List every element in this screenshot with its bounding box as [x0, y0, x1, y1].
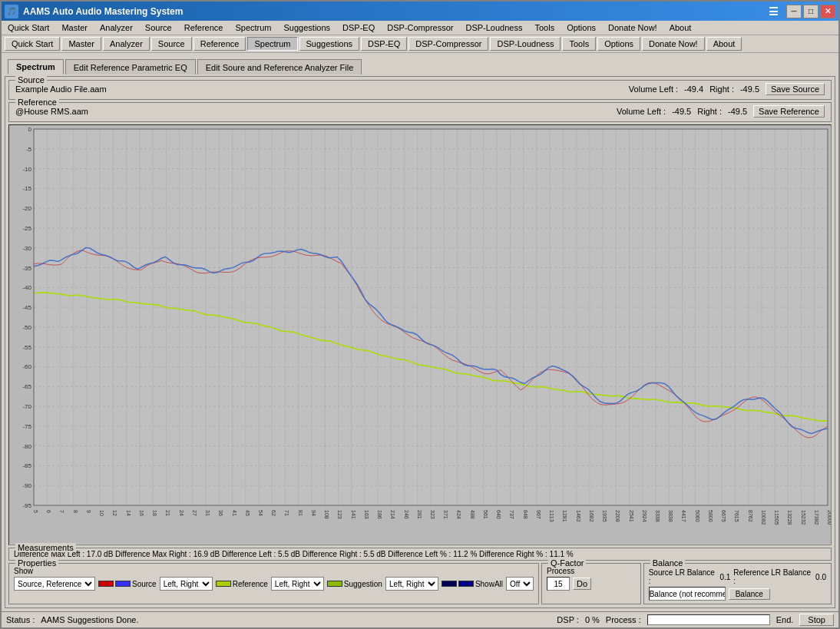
- toolbar-options[interactable]: Options: [597, 37, 640, 51]
- svg-text:371: 371: [443, 510, 448, 519]
- qfactor-input[interactable]: [547, 577, 570, 591]
- minimize-button[interactable]: ─: [786, 5, 802, 18]
- svg-text:108: 108: [324, 510, 329, 519]
- source-color-blue: [115, 581, 131, 587]
- close-button[interactable]: ✕: [820, 5, 835, 18]
- svg-text:141: 141: [351, 510, 356, 519]
- menu-donate[interactable]: Donate Now!: [605, 22, 660, 33]
- show-select[interactable]: Source, Reference Source Only Reference …: [14, 577, 95, 591]
- toolbar-source[interactable]: Source: [151, 37, 192, 51]
- svg-text:6: 6: [46, 510, 51, 513]
- suggestion-lr-select[interactable]: Left, Right Left Only Right Only: [385, 577, 438, 591]
- menu-dsploudness[interactable]: DSP-Loudness: [462, 22, 525, 33]
- process-label: Process: [547, 567, 636, 575]
- svg-text:281: 281: [417, 510, 422, 519]
- svg-text:123: 123: [337, 510, 342, 519]
- menu-spectrum[interactable]: Spectrum: [232, 22, 274, 33]
- do-button[interactable]: Do: [573, 578, 591, 590]
- main-panel: Source Example Audio File.aam Volume Lef…: [5, 76, 835, 608]
- properties-row: Source, Reference Source Only Reference …: [14, 577, 534, 591]
- menu-source[interactable]: Source: [142, 22, 175, 33]
- toolbar-spectrum[interactable]: Spectrum: [247, 37, 297, 51]
- status-text: AAMS Suggestions Done.: [41, 615, 551, 624]
- svg-text:967: 967: [536, 510, 541, 519]
- menu-quickstart[interactable]: Quick Start: [5, 22, 52, 33]
- qfactor-label: Q-Factor: [548, 558, 586, 568]
- tab-spectrum[interactable]: Spectrum: [8, 59, 64, 74]
- balance-label: Balance: [650, 558, 686, 568]
- tab-edit-source-ref[interactable]: Edit Soure and Reference Analyzer File: [197, 59, 362, 74]
- menu-about[interactable]: About: [666, 22, 695, 33]
- svg-text:5060: 5060: [695, 510, 700, 522]
- menu-dspeq[interactable]: DSP-EQ: [339, 22, 378, 33]
- toolbar-about[interactable]: About: [706, 37, 742, 51]
- svg-text:1113: 1113: [549, 510, 554, 522]
- svg-text:2208: 2208: [615, 510, 620, 522]
- svg-text:6675: 6675: [721, 510, 726, 522]
- svg-text:-10: -10: [22, 166, 31, 173]
- toolbar-donate[interactable]: Donate Now!: [642, 37, 705, 51]
- svg-text:81: 81: [298, 510, 303, 516]
- process-progress-bar: [647, 614, 770, 625]
- source-lr-select[interactable]: Left, Right Left Only Right Only: [160, 577, 213, 591]
- reference-volume-right-label: Right :: [697, 107, 722, 116]
- svg-text:1462: 1462: [576, 510, 581, 522]
- svg-text:8762: 8762: [748, 510, 753, 522]
- svg-text:9: 9: [86, 510, 91, 513]
- source-volume-left: -49.4: [684, 84, 703, 94]
- toolbar-reference[interactable]: Reference: [193, 37, 246, 51]
- menu-tools[interactable]: Tools: [531, 22, 557, 33]
- svg-text:10: 10: [99, 510, 104, 516]
- svg-text:5800: 5800: [708, 510, 713, 522]
- restore-button[interactable]: □: [803, 5, 819, 18]
- svg-text:-35: -35: [22, 265, 31, 272]
- suggestion-color: [327, 581, 342, 587]
- source-color-red: [98, 581, 114, 587]
- toolbar-suggestions[interactable]: Suggestions: [299, 37, 360, 51]
- source-legend-label: Source: [132, 580, 157, 588]
- reference-lr-select[interactable]: Left, Right Left Only Right Only: [271, 577, 324, 591]
- menu-analyzer[interactable]: Analyzer: [97, 22, 136, 33]
- svg-text:15232: 15232: [801, 510, 806, 525]
- toolbar-tools[interactable]: Tools: [562, 37, 596, 51]
- menu-dspcompressor[interactable]: DSP-Compressor: [384, 22, 456, 33]
- source-volume-right: -49.5: [740, 84, 759, 94]
- toolbar-dsploudness[interactable]: DSP-Loudness: [490, 37, 561, 51]
- menu-icon[interactable]: ☰: [766, 5, 782, 18]
- svg-text:18: 18: [152, 510, 157, 516]
- stop-button[interactable]: Stop: [799, 614, 834, 626]
- title-bar: 🎵 AAMS Auto Audio Mastering System ☰ ─ □…: [2, 2, 838, 21]
- toolbar-dspeq[interactable]: DSP-EQ: [361, 37, 407, 51]
- save-source-button[interactable]: Save Source: [766, 83, 825, 95]
- svg-text:1682: 1682: [589, 510, 594, 522]
- properties-panel: Properties Show Source, Reference Source…: [8, 563, 539, 604]
- window-controls: ─ □ ✕: [786, 5, 835, 18]
- balance-panel: Balance Source LR Balance : 0.1 Referenc…: [643, 563, 832, 604]
- toolbar-dspcompressor[interactable]: DSP-Compressor: [408, 37, 488, 51]
- svg-text:186: 186: [377, 510, 382, 519]
- reference-lr-balance-value: 0.0: [815, 573, 826, 581]
- source-lr-balance-value: 0.1: [719, 573, 730, 581]
- menu-reference[interactable]: Reference: [181, 22, 227, 33]
- toolbar-quickstart[interactable]: Quick Start: [5, 37, 60, 51]
- svg-text:5: 5: [33, 510, 38, 513]
- menu-master[interactable]: Master: [58, 22, 91, 33]
- svg-text:41: 41: [232, 510, 237, 516]
- reference-group: Reference @House RMS.aam Volume Left : -…: [8, 102, 832, 122]
- end-label: End.: [776, 615, 794, 624]
- svg-text:45: 45: [245, 510, 250, 516]
- toolbar-analyzer[interactable]: Analyzer: [103, 37, 150, 51]
- svg-text:10082: 10082: [761, 510, 766, 525]
- tab-edit-ref-eq[interactable]: Edit Reference Parametric EQ: [65, 59, 196, 74]
- balance-not-rec-field[interactable]: [649, 587, 726, 601]
- save-reference-button[interactable]: Save Reference: [753, 105, 825, 118]
- reference-volume-left: -49.5: [672, 107, 691, 116]
- svg-text:2541: 2541: [629, 510, 634, 522]
- svg-text:-25: -25: [22, 225, 31, 232]
- off-select[interactable]: Off On: [506, 577, 534, 591]
- menu-suggestions[interactable]: Suggestions: [281, 22, 334, 33]
- toolbar-master[interactable]: Master: [61, 37, 101, 51]
- menu-options[interactable]: Options: [564, 22, 599, 33]
- balance-button[interactable]: Balance: [729, 588, 770, 600]
- svg-text:-50: -50: [22, 324, 31, 331]
